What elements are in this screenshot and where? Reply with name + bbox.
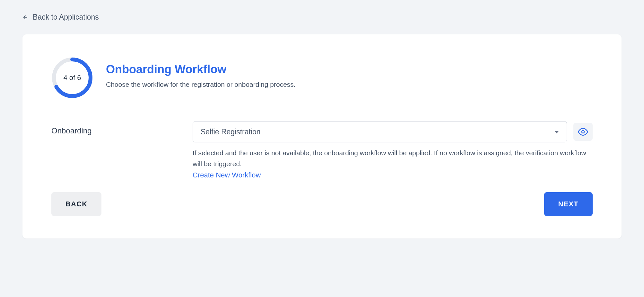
next-button[interactable]: NEXT — [544, 192, 593, 216]
back-link-label: Back to Applications — [33, 13, 99, 22]
eye-icon — [578, 127, 588, 137]
wizard-header: 4 of 6 Onboarding Workflow Choose the wo… — [51, 57, 593, 99]
back-button[interactable]: BACK — [51, 192, 101, 216]
wizard-footer: BACK NEXT — [51, 192, 593, 216]
page-title: Onboarding Workflow — [106, 63, 296, 76]
svg-point-3 — [582, 130, 584, 133]
preview-button[interactable] — [573, 123, 593, 141]
progress-label: 4 of 6 — [63, 74, 81, 82]
back-to-applications-link[interactable]: Back to Applications — [22, 13, 99, 22]
chevron-down-icon — [554, 129, 559, 135]
page-subtitle: Choose the workflow for the registration… — [106, 81, 296, 88]
create-new-workflow-link[interactable]: Create New Workflow — [193, 171, 261, 179]
onboarding-label: Onboarding — [51, 121, 180, 135]
arrow-left-icon — [22, 14, 28, 20]
progress-indicator: 4 of 6 — [51, 57, 93, 99]
onboarding-field-row: Onboarding Selfie Registration If select… — [51, 121, 593, 179]
onboarding-select[interactable]: Selfie Registration — [193, 121, 567, 142]
onboarding-help-text: If selected and the user is not availabl… — [193, 148, 593, 169]
wizard-card: 4 of 6 Onboarding Workflow Choose the wo… — [22, 34, 622, 239]
onboarding-select-value: Selfie Registration — [201, 128, 261, 136]
